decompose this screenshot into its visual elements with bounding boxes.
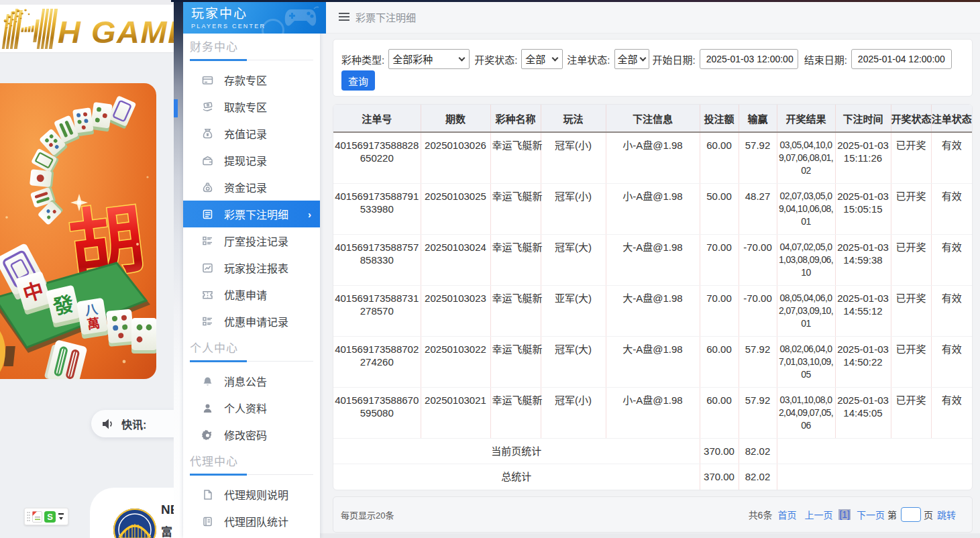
table-cell: 有效 [931,337,972,388]
table-cell: 已开奖 [891,337,931,388]
news-label: 快讯: [121,416,146,432]
table-cell: 幸运飞艇新 [490,132,541,184]
logo-text: H GAME [58,14,174,50]
players-center-sidebar: 玩家中心 PLAYERS CENTER 财务中心存款专区取款专区充值记录提现记录… [183,0,320,538]
sidebar-header: 玩家中心 PLAYERS CENTER [183,1,326,34]
end-date-label: 结束日期: [804,52,847,66]
bets-table: 注单号期数彩种名称玩法下注信息投注额输赢开奖结果下注时间开奖状态注单状态 401… [333,105,972,490]
column-header: 开奖状态 [891,105,931,132]
table-cell: 小-A盘@1.98 [606,184,700,235]
news-item-card: NE 富 [90,488,183,538]
sidebar-item-优惠申请记录[interactable]: 优惠申请记录 [183,308,320,335]
lottery-type-select[interactable]: 全部彩种 [388,49,470,69]
sidebar-item-label: 优惠申请记录 [224,313,288,329]
table-row: 40156917358873127857020250103023幸运飞艇新亚军(… [333,286,972,337]
prev-page-link[interactable]: 上一页 [804,508,832,521]
table-cell: 20250103025 [421,184,490,235]
sidebar-title: 玩家中心 [191,6,326,22]
sidebar-item-修改密码[interactable]: 修改密码 [183,421,320,448]
draw-status-select[interactable]: 全部 [521,49,563,69]
news-card-subtitle: 富 [161,523,172,538]
jump-link[interactable]: 跳转 [937,508,956,521]
table-cell: 已开奖 [891,132,931,184]
sidebar-item-label: 存款专区 [224,72,267,88]
sidebar-item-label: 玩家投注报表 [224,260,288,276]
bet-status-select[interactable]: 全部 [614,49,649,69]
pagination-bar: 每页显示20条 共6条 首页 上一页 [1] 下一页 第 页 跳转 [333,496,973,533]
summary-bet-total: 370.00 [700,464,739,490]
sidebar-item-资金记录[interactable]: 资金记录 [183,174,320,201]
s-widget-icon[interactable]: S [44,511,56,523]
table-cell: 08,02,06,04,07,01,03,10,09,05 [777,337,835,388]
table-cell: -70.00 [739,286,777,337]
table-cell: 20250103023 [421,286,490,337]
page-jump-input[interactable] [901,507,921,522]
note-widget-icon[interactable] [32,511,42,523]
left-top-strip [0,0,174,5]
table-cell: 小-A盘@1.98 [606,132,700,184]
sidebar-item-优惠申请[interactable]: 优惠申请 [183,281,320,308]
sidebar-item-label: 充值记录 [224,125,267,142]
sidebar-item-厅室投注记录[interactable]: 厅室投注记录 [183,227,320,254]
sidebar-item-label: 取款专区 [224,99,267,115]
table-cell: 已开奖 [891,184,931,235]
sidebar-item-代理规则说明[interactable]: 代理规则说明 [183,481,320,508]
summary-row: 当前页统计370.0082.02 [333,439,972,464]
bet-status-select-wrap: 全部 [614,49,649,69]
summary-win-total: 82.02 [739,439,777,464]
filter-panel: 彩种类型: 全部彩种 开奖状态: 全部 注单状态: 全部 开始日期: 结束日期:… [333,39,973,97]
summary-empty [777,464,972,490]
column-header: 注单号 [333,105,421,132]
sidebar-item-label: 优惠申请 [224,286,267,303]
sidebar-item-个人资料[interactable]: 个人资料 [183,394,320,421]
table-cell: 有效 [931,388,972,439]
next-page-link[interactable]: 下一页 [857,508,885,521]
purse-icon [202,155,213,166]
table-cell: 20250103022 [421,337,490,388]
summary-bet-total: 370.00 [700,439,739,464]
end-date-input[interactable] [851,49,952,69]
sidebar-menu: 存款专区取款专区充值记录提现记录资金记录彩票下注明细›厅室投注记录玩家投注报表优… [183,66,320,335]
collapse-widget-icon[interactable] [58,512,64,521]
table-cell: 60.00 [700,132,739,184]
sidebar-item-充值记录[interactable]: 充值记录 [183,120,320,147]
table-cell: 2025-01-03 15:11:26 [835,132,891,184]
sidebar-item-消息公告[interactable]: 消息公告 [183,368,320,394]
start-date-label: 开始日期: [653,52,696,66]
table-cell: 08,05,04,06,02,07,03,09,10,01 [777,286,835,337]
sidebar-item-取款专区[interactable]: 取款专区 [183,93,320,120]
draw-status-select-wrap: 全部 [521,49,563,69]
table-cell: 幸运飞艇新 [490,388,541,439]
table-cell: 已开奖 [891,286,931,337]
table-cell: 亚军(大) [541,286,606,337]
table-cell: 48.27 [739,184,777,235]
sidebar-item-label: 个人资料 [224,400,267,416]
start-date-input[interactable] [700,49,798,69]
table-row: 40156917358875785833020250103024幸运飞艇新冠军(… [333,235,972,286]
table-cell: 2025-01-03 14:59:38 [835,235,891,286]
sidebar-item-代理团队统计[interactable]: 代理团队统计 [183,508,320,535]
table-cell: 冠军(小) [541,184,606,235]
top-edge-strip [171,0,980,2]
sidebar-item-玩家投注报表[interactable]: 玩家投注报表 [183,254,320,281]
hamburger-menu-icon[interactable] [339,13,349,22]
table-cell: 已开奖 [891,235,931,286]
query-button[interactable]: 查询 [341,70,375,91]
first-page-link[interactable]: 首页 [777,508,796,521]
table-cell: 03,05,04,10,09,07,06,08,01,02 [777,132,835,184]
news-ticker: 快讯: [91,410,183,437]
bet-list-icon [202,209,213,220]
table-cell: 2025-01-03 14:55:12 [835,286,891,337]
sidebar-item-存款专区[interactable]: 存款专区 [183,66,320,93]
bet-status-label: 注单状态: [567,52,610,66]
sidebar-item-提现记录[interactable]: 提现记录 [183,147,320,174]
table-cell: 70.00 [700,286,739,337]
table-cell: 有效 [931,235,972,286]
summary-label: 当前页统计 [333,439,700,464]
floating-widget-bar[interactable]: S [24,508,68,525]
table-cell: -70.00 [739,235,777,286]
sidebar-item-label: 彩票下注明细 [224,206,288,222]
table-row: 40156917358867059508020250103021幸运飞艇新冠军(… [333,388,972,439]
sidebar-item-彩票下注明细[interactable]: 彩票下注明细› [183,201,320,227]
table-cell: 幸运飞艇新 [490,184,541,235]
